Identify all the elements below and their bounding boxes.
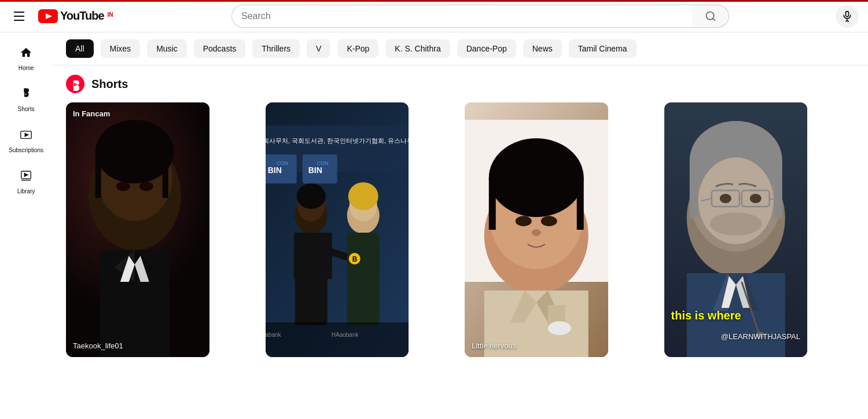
top-accent-bar bbox=[0, 0, 868, 2]
svg-text:CON: CON bbox=[317, 160, 328, 166]
sidebar-item-library[interactable]: Library bbox=[0, 163, 52, 201]
shorts-grid: In Fancam Taekook_life01 국회사무처, 국회도서관, 한 bbox=[66, 102, 854, 357]
svg-rect-19 bbox=[95, 152, 101, 198]
search-button[interactable] bbox=[692, 5, 729, 28]
svg-rect-42 bbox=[326, 233, 332, 279]
svg-point-82 bbox=[749, 194, 761, 203]
svg-point-80 bbox=[709, 212, 762, 236]
short-1-overlay-text: In Fancam bbox=[73, 109, 110, 118]
svg-rect-50 bbox=[266, 322, 409, 357]
short-card-4[interactable]: this is where @LEARNWITHJASPAL bbox=[664, 102, 808, 357]
sidebar-label-subscriptions: Subscriptions bbox=[9, 147, 43, 153]
search-icon bbox=[705, 10, 716, 22]
sidebar: Home Shorts Subscriptions bbox=[0, 32, 52, 419]
chip-kpop[interactable]: K-Pop bbox=[337, 39, 378, 58]
svg-rect-59 bbox=[577, 178, 584, 230]
short-thumbnail-2: 국회사무처, 국회도서관, 한국인터넷가기협회, 유스나우, 카카오뱅크, 한결… bbox=[266, 102, 409, 357]
short-card-2[interactable]: 국회사무처, 국회도서관, 한국인터넷가기협회, 유스나우, 카카오뱅크, 한결… bbox=[266, 102, 409, 357]
topbar-right bbox=[824, 5, 859, 28]
library-icon bbox=[20, 170, 32, 185]
short-card-3[interactable]: Little nervous bbox=[465, 102, 608, 357]
short-thumbnail-1 bbox=[66, 102, 209, 357]
sidebar-label-home: Home bbox=[19, 65, 34, 71]
svg-rect-20 bbox=[163, 152, 168, 198]
svg-point-67 bbox=[548, 321, 571, 335]
svg-point-62 bbox=[532, 229, 541, 236]
svg-point-18 bbox=[95, 120, 174, 183]
chip-v[interactable]: V bbox=[307, 39, 330, 58]
chip-all[interactable]: All bbox=[66, 39, 94, 58]
chip-mixes[interactable]: Mixes bbox=[101, 39, 141, 58]
chip-news[interactable]: News bbox=[523, 39, 562, 58]
chip-podcasts[interactable]: Podcasts bbox=[194, 39, 246, 58]
short-1-bottom-text: Taekook_life01 bbox=[73, 341, 123, 350]
svg-text:CON: CON bbox=[276, 160, 288, 166]
sidebar-label-shorts: Shorts bbox=[18, 106, 35, 112]
svg-rect-73 bbox=[774, 160, 782, 218]
topbar-left: YouTube IN bbox=[9, 7, 137, 25]
svg-rect-41 bbox=[293, 233, 299, 279]
shorts-section-title: Shorts bbox=[91, 78, 128, 91]
sidebar-item-shorts[interactable]: Shorts bbox=[0, 80, 52, 119]
svg-rect-4 bbox=[846, 11, 849, 16]
svg-text:국회사무처, 국회도서관, 한국인터넷가기협회, 유스나우,: 국회사무처, 국회도서관, 한국인터넷가기협회, 유스나우, 카카오뱅크, 한결… bbox=[266, 137, 409, 144]
subscriptions-icon bbox=[20, 128, 32, 144]
svg-text:kakabank: kakabank bbox=[266, 332, 282, 338]
shorts-icon bbox=[20, 87, 32, 102]
svg-point-46 bbox=[348, 182, 378, 210]
menu-button[interactable] bbox=[9, 7, 29, 25]
short-4-bottom-text: @LEARNWITHJASPAL bbox=[721, 332, 800, 341]
shorts-section: Shorts bbox=[52, 65, 868, 366]
svg-point-60 bbox=[516, 216, 532, 226]
svg-point-81 bbox=[719, 194, 731, 203]
chip-thrillers[interactable]: Thrillers bbox=[252, 39, 300, 58]
mic-icon bbox=[841, 10, 853, 22]
youtube-logo[interactable]: YouTube IN bbox=[38, 9, 113, 23]
svg-point-57 bbox=[489, 138, 584, 217]
chip-dancepop[interactable]: Dance-Pop bbox=[457, 39, 516, 58]
mic-button[interactable] bbox=[836, 5, 859, 28]
short-4-yellow-text: this is where bbox=[671, 309, 741, 322]
svg-line-3 bbox=[712, 18, 715, 20]
search-input[interactable] bbox=[231, 5, 692, 28]
svg-rect-72 bbox=[689, 160, 697, 218]
main-content: All Mixes Music Podcasts Thrillers V K-P… bbox=[52, 32, 868, 419]
sidebar-item-subscriptions[interactable]: Subscriptions bbox=[0, 122, 52, 160]
search-form bbox=[231, 5, 729, 28]
svg-marker-9 bbox=[25, 133, 28, 137]
search-area bbox=[231, 5, 729, 28]
svg-text:B: B bbox=[352, 255, 357, 263]
chip-music[interactable]: Music bbox=[147, 39, 187, 58]
filter-bar: All Mixes Music Podcasts Thrillers V K-P… bbox=[52, 32, 868, 65]
shorts-header: Shorts bbox=[66, 75, 854, 93]
svg-point-39 bbox=[296, 183, 325, 209]
sidebar-item-home[interactable]: Home bbox=[0, 39, 52, 78]
chip-tamilcinema[interactable]: Tamil Cinema bbox=[569, 39, 637, 58]
svg-point-22 bbox=[139, 182, 153, 191]
svg-point-61 bbox=[541, 216, 557, 226]
svg-text:BIN: BIN bbox=[308, 166, 322, 175]
svg-marker-11 bbox=[24, 173, 28, 177]
svg-rect-47 bbox=[347, 233, 379, 325]
chip-kschithra[interactable]: K. S. Chithra bbox=[385, 39, 450, 58]
svg-text:BIN: BIN bbox=[267, 166, 281, 175]
home-icon bbox=[20, 46, 32, 61]
short-3-bottom-text: Little nervous bbox=[472, 341, 516, 350]
youtube-wordmark: YouTube bbox=[60, 9, 104, 23]
svg-rect-40 bbox=[295, 233, 327, 325]
svg-rect-58 bbox=[489, 178, 496, 230]
topbar: YouTube IN bbox=[0, 0, 868, 32]
svg-point-21 bbox=[116, 182, 130, 191]
short-card-1[interactable]: In Fancam Taekook_life01 bbox=[66, 102, 209, 357]
shorts-logo-icon bbox=[66, 75, 84, 93]
svg-text:HAaobank: HAaobank bbox=[331, 332, 359, 338]
youtube-icon bbox=[38, 9, 58, 23]
short-thumbnail-3 bbox=[465, 102, 608, 357]
sidebar-label-library: Library bbox=[17, 188, 35, 194]
youtube-country-code: IN bbox=[108, 12, 113, 18]
